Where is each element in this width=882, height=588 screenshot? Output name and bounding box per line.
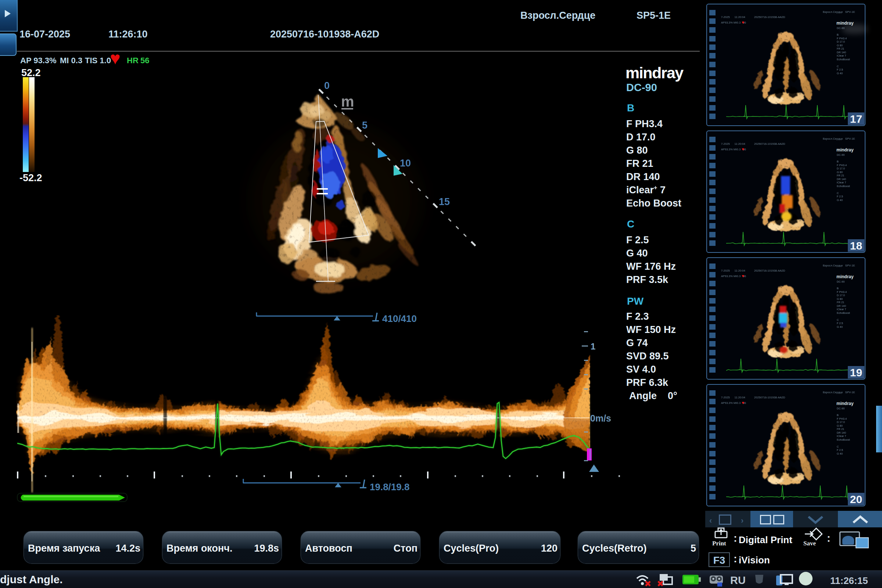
svg-text:10: 10	[400, 158, 411, 169]
svg-text:m: m	[341, 93, 354, 110]
svg-text:0: 0	[324, 80, 330, 91]
svg-text:5: 5	[362, 120, 368, 131]
svg-text:Save: Save	[803, 540, 816, 547]
svg-text:15: 15	[439, 196, 450, 207]
svg-text:Print: Print	[712, 540, 726, 547]
